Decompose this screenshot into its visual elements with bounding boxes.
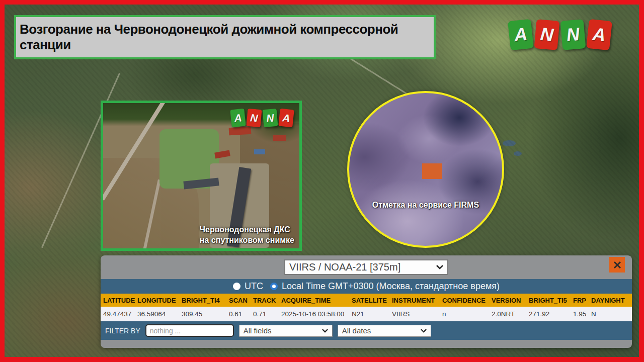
panel-bottom-bar xyxy=(101,340,632,348)
cell-longitude: 36.59064 xyxy=(135,310,179,318)
logo-tile: N xyxy=(534,19,560,50)
cell-latitude: 49.47437 xyxy=(101,310,135,318)
filter-input[interactable] xyxy=(145,324,234,337)
radio-local-time[interactable]: Local Time GMT+0300 (Москва, стандартное… xyxy=(270,281,500,292)
field-select[interactable]: All fields xyxy=(239,325,333,337)
col-header-longitude[interactable]: LONGITUDE xyxy=(135,297,179,304)
col-header-confidence[interactable]: CONFIDENCE xyxy=(440,297,489,304)
cell-bright-ti4: 309.45 xyxy=(179,310,226,318)
logo-tile: N xyxy=(560,19,586,50)
cell-acquire-time: 2025-10-16 03:58:00 xyxy=(279,310,349,318)
inset-caption-line1: Червонодонецкая ДКС xyxy=(200,224,294,235)
title-banner: Возгорание на Червонодонецкой дожимной к… xyxy=(14,15,436,59)
inset-caption: Червонодонецкая ДКС на спутниковом снимк… xyxy=(200,224,294,245)
date-select-value: All dates xyxy=(342,326,418,335)
chevron-down-icon xyxy=(421,329,427,333)
field-select-value: All fields xyxy=(244,326,319,335)
filter-row: FILTER BY All fields All dates xyxy=(101,321,632,340)
anna-logo: A N N A xyxy=(509,20,611,49)
chevron-down-icon xyxy=(436,265,443,269)
chevron-down-icon xyxy=(322,329,328,333)
radio-utc[interactable]: UTC xyxy=(233,281,263,292)
map-lake xyxy=(503,140,516,146)
cell-scan: 0.61 xyxy=(226,310,251,318)
cell-track: 0.71 xyxy=(251,310,279,318)
cell-daynight: N xyxy=(589,310,631,318)
radio-selected-icon xyxy=(270,283,278,290)
dataset-select-value: VIIRS / NOAA-21 [375m] xyxy=(289,261,433,273)
firms-highlight-circle: Отметка на сервисе FIRMS xyxy=(347,91,504,248)
inset-caption-line2: на спутниковом снимке xyxy=(200,235,294,245)
table-row[interactable]: 49.47437 36.59064 309.45 0.61 0.71 2025-… xyxy=(101,307,632,321)
col-header-track[interactable]: TRACK xyxy=(251,297,279,304)
inset-building xyxy=(254,149,265,154)
col-header-bright-ti4[interactable]: BRIGHT_TI4 xyxy=(179,297,226,304)
fire-detection-marker xyxy=(422,163,442,179)
col-header-acquire-time[interactable]: ACQUIRE_TIME xyxy=(279,297,349,304)
cell-frp: 1.95 xyxy=(571,310,589,318)
cell-instrument: VIIRS xyxy=(389,310,440,318)
panel-top-bar: VIIRS / NOAA-21 [375m] xyxy=(101,255,632,279)
filter-label: FILTER BY xyxy=(105,327,140,335)
logo-tile: A xyxy=(278,109,294,128)
logo-tile: A xyxy=(586,19,612,50)
logo-tile: N xyxy=(263,109,278,127)
col-header-bright-ti5[interactable]: BRIGHT_TI5 xyxy=(526,297,571,304)
firms-caption: Отметка на сервисе FIRMS xyxy=(349,201,502,210)
cell-confidence: n xyxy=(440,310,489,318)
col-header-scan[interactable]: SCAN xyxy=(226,297,251,304)
logo-tile: N xyxy=(247,109,262,127)
radio-icon xyxy=(233,283,240,290)
date-select[interactable]: All dates xyxy=(338,325,431,337)
radio-utc-label: UTC xyxy=(245,281,263,292)
logo-tile: A xyxy=(508,19,534,50)
map-lake xyxy=(514,151,522,156)
satellite-inset: A N N A Червонодонецкая ДКС на спутников… xyxy=(101,101,302,251)
dataset-select[interactable]: VIIRS / NOAA-21 [375m] xyxy=(284,259,448,275)
cell-bright-ti5: 271.92 xyxy=(526,310,571,318)
radio-local-label: Local Time GMT+0300 (Москва, стандартное… xyxy=(282,281,500,292)
col-header-daynight[interactable]: DAYNIGHT xyxy=(589,297,631,304)
col-header-version[interactable]: VERSION xyxy=(489,297,526,304)
cell-version: 2.0NRT xyxy=(489,310,526,318)
time-mode-row: UTC Local Time GMT+0300 (Москва, стандар… xyxy=(101,279,632,294)
logo-tile: A xyxy=(230,109,246,128)
close-icon xyxy=(613,260,622,269)
table-header-row: LATITUDE LONGITUDE BRIGHT_TI4 SCAN TRACK… xyxy=(101,294,632,307)
col-header-latitude[interactable]: LATITUDE xyxy=(101,297,135,304)
inset-building xyxy=(229,127,252,135)
col-header-frp[interactable]: FRP xyxy=(571,297,589,304)
cell-satellite: N21 xyxy=(349,310,389,318)
close-button[interactable] xyxy=(609,257,625,273)
inset-building xyxy=(273,135,286,141)
col-header-instrument[interactable]: INSTRUMENT xyxy=(389,297,440,304)
firms-data-panel: VIIRS / NOAA-21 [375m] UTC Local Time GM… xyxy=(101,255,632,348)
title-text: Возгорание на Червонодонецкой дожимной к… xyxy=(20,22,434,53)
anna-logo-inset: A N N A xyxy=(231,109,293,127)
col-header-satellite[interactable]: SATELLITE xyxy=(349,297,389,304)
